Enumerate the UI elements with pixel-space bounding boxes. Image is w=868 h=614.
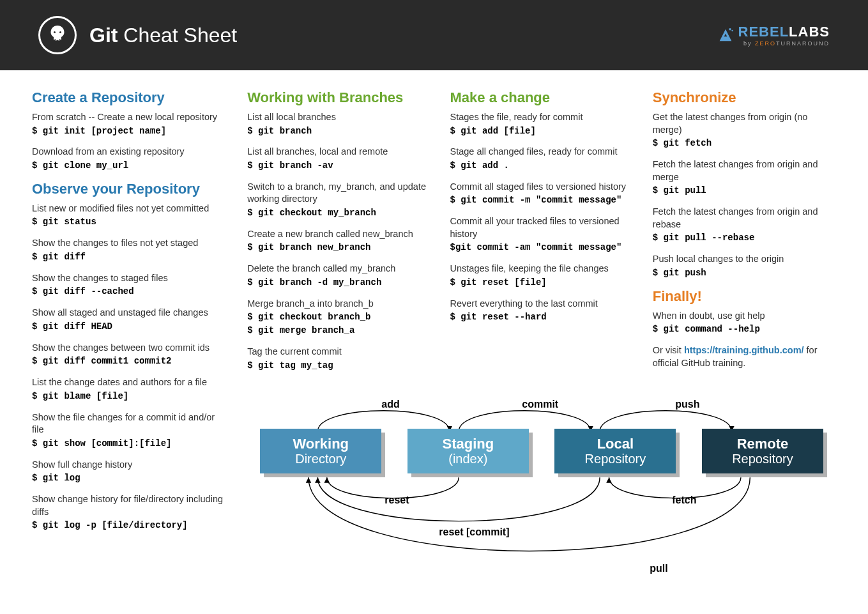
cmd: $ git push — [653, 267, 836, 279]
label-push: push — [675, 399, 699, 410]
box-remote-repository: RemoteRepository — [702, 429, 823, 473]
desc: Show the file changes for a commit id an… — [32, 411, 228, 436]
desc: Commit all staged files to versioned his… — [450, 181, 634, 194]
label-fetch: fetch — [672, 495, 696, 506]
cmd: $ git checkout my_branch — [247, 207, 430, 219]
rebellabs-logo: REBELLABS by ZEROTURNAROUND — [717, 24, 830, 47]
desc: When in doubt, use git help — [653, 310, 836, 323]
column-4: Synchronize Get the latest changes from … — [653, 83, 836, 381]
github-octopus-icon — [38, 16, 77, 54]
desc: From scratch -- Create a new local repos… — [32, 111, 228, 124]
cmd: $ git log — [32, 472, 228, 484]
cmd: $ git command --help — [653, 323, 836, 335]
desc: Merge branch_a into branch_b — [247, 298, 430, 311]
cmd: $ git branch — [247, 125, 430, 137]
rebellabs-icon — [717, 26, 735, 44]
cmd: $ git init [project name] — [32, 125, 228, 137]
desc: Show full change history — [32, 459, 228, 472]
diagram-arrows — [247, 394, 836, 598]
cmd: $ git merge branch_a — [247, 325, 430, 337]
label-add: add — [381, 399, 399, 410]
desc: Stages the file, ready for commit — [450, 111, 634, 124]
desc: Create a new branch called new_branch — [247, 228, 430, 241]
desc: List all local branches — [247, 111, 430, 124]
cmd: $ git add [file] — [450, 125, 634, 137]
logo-turnaround: TURNAROUND — [776, 40, 830, 47]
cmd: $ git pull --rebase — [653, 232, 836, 244]
cmd: $ git branch -av — [247, 160, 430, 172]
box-working-directory: WorkingDirectory — [260, 429, 381, 473]
heading-branches: Working with Branches — [247, 89, 430, 106]
column-right-wrap: Working with Branches List all local bra… — [247, 83, 836, 598]
cmd: $ git add . — [450, 160, 634, 172]
cmd: $ git branch new_branch — [247, 242, 430, 254]
title-light: Cheat Sheet — [118, 24, 237, 47]
desc: Show the changes to files not yet staged — [32, 237, 228, 250]
desc: Show change history for file/directory i… — [32, 493, 228, 518]
cmd: $ git reset --hard — [450, 311, 634, 323]
desc: Revert everything to the last commit — [450, 298, 634, 311]
heading-finally: Finally! — [653, 288, 836, 305]
cmd: $ git reset [file] — [450, 277, 634, 289]
cmd: $git commit -am "commit message" — [450, 242, 634, 254]
desc: Stage all changed files, ready for commi… — [450, 146, 634, 158]
box-staging-index: Staging(index) — [407, 429, 529, 473]
cmd: $ git branch -d my_branch — [247, 277, 430, 289]
desc: Get the latest changes from origin (no m… — [653, 111, 836, 136]
content-grid: Create a Repository From scratch -- Crea… — [0, 70, 868, 611]
cmd: $ git commit -m "commit message" — [450, 194, 634, 206]
header-bar: Git Cheat Sheet REBELLABS by ZEROTURNARO… — [0, 0, 868, 70]
desc: Or visit https://training.github.com/ fo… — [653, 344, 836, 369]
logo-rebel: REBEL — [738, 24, 789, 40]
svg-point-0 — [729, 28, 731, 31]
desc: Switch to a branch, my_branch, and updat… — [247, 181, 430, 206]
heading-make-change: Make a change — [450, 89, 634, 106]
desc: Fetch the latest changes from origin and… — [653, 206, 836, 231]
cmd: $ git pull — [653, 185, 836, 197]
box-local-repository: LocalRepository — [554, 429, 676, 473]
cmd: $ git diff — [32, 251, 228, 263]
column-3: Make a change Stages the file, ready for… — [450, 83, 634, 381]
cmd: $ git show [commit]:[file] — [32, 438, 228, 450]
desc: Show the changes to staged files — [32, 272, 228, 285]
cmd: $ git diff commit1 commit2 — [32, 355, 228, 367]
desc: Push local changes to the origin — [653, 253, 836, 266]
cmd: $ git diff HEAD — [32, 321, 228, 333]
training-link[interactable]: https://training.github.com/ — [684, 345, 804, 355]
cmd: $ git diff --cached — [32, 286, 228, 298]
logo-zero: ZERO — [755, 40, 776, 47]
desc: List new or modified files not yet commi… — [32, 203, 228, 215]
heading-synchronize: Synchronize — [653, 89, 836, 106]
label-reset: reset — [385, 495, 409, 506]
logo-labs: LABS — [789, 24, 830, 40]
desc: Fetch the latest changes from origin and… — [653, 158, 836, 183]
git-flow-diagram: WorkingDirectory Staging(index) LocalRep… — [247, 394, 836, 598]
desc: Delete the branch called my_branch — [247, 263, 430, 275]
desc: Unstages file, keeping the file changes — [450, 263, 634, 275]
title-bold: Git — [89, 24, 118, 47]
desc: List all branches, local and remote — [247, 146, 430, 158]
desc: Show all staged and unstaged file change… — [32, 307, 228, 319]
svg-point-1 — [731, 30, 733, 31]
label-commit: commit — [522, 399, 558, 410]
column-1: Create a Repository From scratch -- Crea… — [32, 83, 228, 598]
label-pull: pull — [650, 563, 667, 574]
cmd: $ git fetch — [653, 137, 836, 150]
heading-observe-repo: Observe your Repository — [32, 181, 228, 197]
desc: Download from an existing repository — [32, 146, 228, 158]
cmd: $ git tag my_tag — [247, 360, 430, 372]
desc: Tag the current commit — [247, 346, 430, 358]
logo-by: by — [743, 40, 755, 47]
desc: Show the changes between two commit ids — [32, 342, 228, 355]
cmd: $ git clone my_url — [32, 160, 228, 172]
cmd: $ git blame [file] — [32, 390, 228, 403]
desc: Commit all your tracked files to version… — [450, 215, 634, 240]
header-left: Git Cheat Sheet — [38, 16, 237, 54]
cmd: $ git checkout branch_b — [247, 311, 430, 323]
desc: List the change dates and authors for a … — [32, 376, 228, 389]
heading-create-repo: Create a Repository — [32, 89, 228, 106]
page-title: Git Cheat Sheet — [89, 24, 237, 47]
column-2: Working with Branches List all local bra… — [247, 83, 430, 381]
label-reset-commit: reset [commit] — [439, 526, 509, 538]
cmd: $ git log -p [file/directory] — [32, 519, 228, 532]
